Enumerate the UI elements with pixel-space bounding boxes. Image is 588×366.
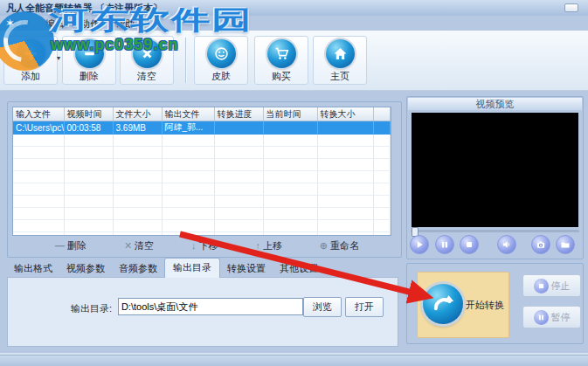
output-dir-label: 输出目录: (71, 302, 112, 315)
tab-output-dir[interactable]: 输出目录 (164, 258, 220, 278)
move-up-link[interactable]: ↑ 上移 (255, 239, 282, 252)
empty-row (13, 208, 391, 220)
col-file-size[interactable]: 文件大小 (113, 107, 162, 121)
empty-row (13, 232, 391, 237)
clear-button[interactable]: 清空 (120, 36, 174, 85)
buy-label: 购买 (272, 70, 291, 83)
start-convert-button[interactable] (423, 284, 463, 324)
home-button[interactable]: 主页 (313, 36, 367, 85)
delete-button[interactable]: 删除 (62, 36, 116, 85)
app-window: 凡人全能音频转换器 〔未注册版本〕 文件 编辑 动作 帮助 添加 ▾ 删除 清空 (0, 0, 588, 366)
convert-arrow-icon (431, 292, 455, 316)
start-convert-label: 开始转换 (466, 299, 508, 312)
move-up-label: 上移 (263, 239, 282, 252)
status-bar (0, 355, 588, 366)
list-delete-link[interactable]: — 删除 (55, 239, 86, 252)
x-icon: ✕ (124, 240, 132, 252)
menu-help[interactable]: 帮助 (107, 16, 142, 31)
start-convert-panel: 开始转换 (417, 272, 509, 338)
clear-label: 清空 (137, 70, 156, 83)
add-button[interactable]: 添加 (3, 36, 58, 85)
move-down-link[interactable]: ↓ 下移 (191, 239, 218, 252)
open-label: 打开 (355, 300, 374, 314)
list-clear-label: 清空 (135, 239, 154, 252)
menu-file[interactable]: 文件 (3, 16, 38, 31)
arrow-down-icon: ↓ (191, 240, 197, 251)
cell-converted-size (317, 121, 373, 135)
move-cross-icon: ⊕ (320, 240, 328, 252)
file-table[interactable]: 输入文件 视频时间 文件大小 输出文件 转换进度 当前时间 转换大小 C:\Us… (12, 107, 391, 236)
tab-convert-settings[interactable]: 转换设置 (220, 260, 273, 278)
house-icon (326, 39, 355, 68)
menu-action[interactable]: 动作 (73, 16, 107, 31)
file-list-group: 输入文件 视频时间 文件大小 输出文件 转换进度 当前时间 转换大小 C:\Us… (7, 101, 402, 258)
output-dir-input[interactable] (118, 298, 303, 315)
empty-row (13, 135, 391, 147)
pause-convert-button[interactable]: 暂停 (522, 306, 581, 328)
arrow-up-icon: ↑ (255, 240, 260, 251)
pause-icon (534, 310, 549, 325)
list-delete-label: 删除 (67, 239, 86, 252)
cell-progress (214, 121, 263, 135)
settings-tabs: 输出格式 视频参数 音频参数 输出目录 转换设置 其他设置 (7, 263, 325, 278)
window-title: 凡人全能音频转换器 〔未注册版本〕 (6, 2, 163, 15)
folder-icon (560, 239, 571, 250)
tab-other-settings[interactable]: 其他设置 (273, 260, 325, 278)
skin-label: 皮肤 (211, 70, 231, 83)
seek-slider[interactable] (411, 230, 579, 232)
empty-row (13, 196, 391, 208)
toolbar: 添加 ▾ 删除 清空 皮肤 购买 (0, 31, 588, 91)
file-row[interactable]: C:\Users\pc\... 00:03:58 3.69MB 阿肆_郭... (13, 121, 391, 135)
col-duration[interactable]: 视频时间 (64, 107, 113, 121)
play-icon (414, 239, 425, 250)
buy-button[interactable]: 购买 (254, 36, 308, 85)
volume-button[interactable] (497, 235, 516, 254)
open-button[interactable]: 打开 (345, 297, 384, 317)
tab-audio-params[interactable]: 音频参数 (112, 260, 164, 278)
col-input-file[interactable]: 输入文件 (13, 107, 64, 121)
rename-link[interactable]: ⊕ 重命名 (320, 239, 359, 252)
menu-edit[interactable]: 编辑 (38, 16, 73, 31)
stop-convert-button[interactable]: 停止 (522, 274, 581, 297)
pause-button[interactable] (435, 235, 454, 254)
col-output-file[interactable]: 输出文件 (162, 107, 214, 121)
delete-label: 删除 (80, 70, 99, 83)
convert-group: 开始转换 停止 暂停 (406, 263, 584, 344)
title-bar[interactable]: 凡人全能音频转换器 〔未注册版本〕 (0, 0, 588, 16)
skin-button[interactable]: 皮肤 (194, 36, 248, 85)
play-button[interactable] (410, 235, 429, 254)
x-icon (133, 39, 162, 68)
list-clear-link[interactable]: ✕ 清空 (124, 239, 154, 252)
cell-output-file: 阿肆_郭... (162, 121, 214, 135)
stop-convert-label: 停止 (551, 280, 571, 293)
empty-row (13, 147, 391, 159)
camera-icon (536, 239, 546, 250)
snapshot-button[interactable] (531, 235, 550, 254)
empty-row (13, 171, 391, 183)
stop-button[interactable] (460, 235, 479, 254)
tab-video-params[interactable]: 视频参数 (59, 260, 112, 278)
toolbar-separator (185, 38, 186, 83)
open-folder-button[interactable] (556, 235, 575, 254)
col-progress[interactable]: 转换进度 (214, 107, 263, 121)
cart-icon (267, 39, 296, 68)
empty-row (13, 159, 391, 171)
pause-convert-label: 暂停 (551, 311, 571, 324)
minimize-button[interactable] (564, 3, 578, 12)
add-dropdown-icon[interactable]: ▾ (57, 54, 60, 62)
pause-icon (439, 239, 450, 250)
cell-input-file: C:\Users\pc\... (13, 121, 64, 135)
empty-row (13, 220, 391, 232)
browse-button[interactable]: 浏览 (303, 297, 342, 317)
stop-icon (534, 279, 549, 293)
col-current-time[interactable]: 当前时间 (263, 107, 317, 121)
cell-current-time (263, 121, 317, 135)
list-actions: — 删除 ✕ 清空 ↓ 下移 ↑ 上移 ⊕ 重命名 (13, 237, 396, 254)
output-dir-panel: 输出目录: 浏览 打开 (7, 277, 398, 347)
smiley-icon (207, 39, 236, 68)
tab-output-format[interactable]: 输出格式 (7, 260, 59, 278)
cell-filler (373, 121, 391, 135)
cell-file-size: 3.69MB (113, 121, 162, 135)
col-converted-size[interactable]: 转换大小 (317, 107, 373, 121)
add-label: 添加 (21, 70, 40, 83)
